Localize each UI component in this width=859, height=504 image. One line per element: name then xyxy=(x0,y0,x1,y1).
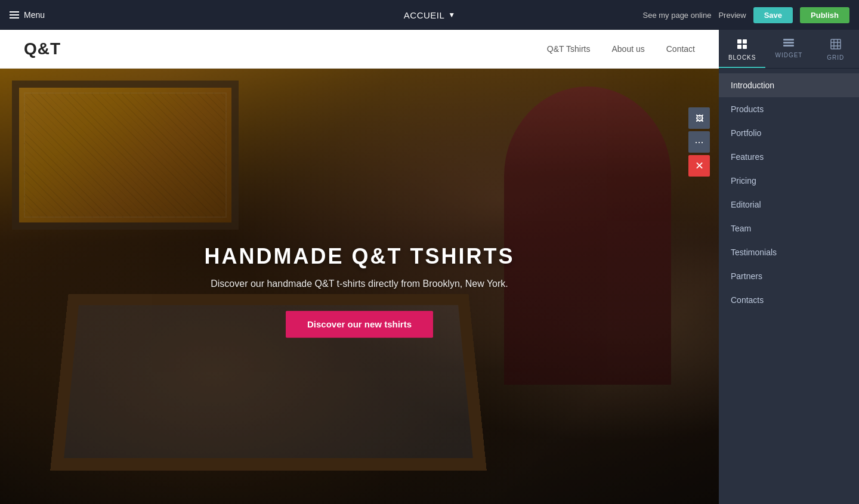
block-image-button[interactable]: 🖼 xyxy=(688,107,710,129)
tab-grid-label: GRID xyxy=(827,54,844,61)
see-page-link[interactable]: See my page online xyxy=(643,11,712,20)
panel-item-portfolio[interactable]: Portfolio xyxy=(719,121,859,145)
hero-title: HANDMADE Q&T TSHIRTS xyxy=(181,244,539,269)
site-nav: Q&T Tshirts About us Contact xyxy=(547,44,695,54)
tab-widget[interactable]: WIDGET xyxy=(765,30,812,68)
top-bar: Menu ACCUEIL ▼ See my page online Previe… xyxy=(0,0,859,30)
menu-button[interactable]: Menu xyxy=(10,10,45,20)
tab-blocks[interactable]: BLOCKS xyxy=(719,30,765,68)
tab-blocks-label: BLOCKS xyxy=(728,54,756,61)
site-logo: Q&T xyxy=(24,39,61,58)
site-header: Q&T Q&T Tshirts About us Contact xyxy=(0,30,719,69)
block-delete-button[interactable]: ✕ xyxy=(688,155,710,177)
panel-item-features[interactable]: Features xyxy=(719,145,859,169)
block-more-button[interactable]: ··· xyxy=(688,131,710,153)
preview-button[interactable]: Preview xyxy=(718,11,746,20)
block-controls: 🖼 ··· ✕ xyxy=(688,107,710,177)
svg-rect-1 xyxy=(743,39,747,44)
panel-item-team[interactable]: Team xyxy=(719,217,859,240)
page-selector: ACCUEIL ▼ xyxy=(404,10,455,20)
panel-item-introduction[interactable]: Introduction xyxy=(719,73,859,97)
main-layout: Q&T Q&T Tshirts About us Contact HANDMAD… xyxy=(0,30,859,504)
panel-item-products[interactable]: Products xyxy=(719,97,859,121)
top-bar-actions: See my page online Preview Save Publish xyxy=(643,7,850,23)
panel-item-contacts[interactable]: Contacts xyxy=(719,288,859,312)
close-icon: ✕ xyxy=(695,159,704,172)
panel-tabs: BLOCKS WIDGET xyxy=(719,30,859,69)
svg-rect-2 xyxy=(737,45,741,49)
widget-icon xyxy=(783,38,795,50)
blocks-icon xyxy=(736,38,748,52)
panel-item-partners[interactable]: Partners xyxy=(719,264,859,288)
panel-item-pricing[interactable]: Pricing xyxy=(719,169,859,193)
grid-icon xyxy=(830,38,842,52)
right-panel: BLOCKS WIDGET xyxy=(719,30,859,504)
save-button[interactable]: Save xyxy=(753,7,793,23)
svg-rect-0 xyxy=(737,39,741,44)
current-page-name[interactable]: ACCUEIL xyxy=(404,10,445,20)
more-icon: ··· xyxy=(694,136,703,149)
menu-label: Menu xyxy=(24,10,45,20)
publish-button[interactable]: Publish xyxy=(800,7,849,23)
svg-rect-6 xyxy=(783,45,794,47)
nav-item-tshirts[interactable]: Q&T Tshirts xyxy=(547,44,591,54)
panel-items: Introduction Products Portfolio Features… xyxy=(719,69,859,504)
hero-section: HANDMADE Q&T TSHIRTS Discover our handma… xyxy=(0,69,719,504)
hamburger-icon xyxy=(10,11,19,18)
panel-item-testimonials[interactable]: Testimonials xyxy=(719,240,859,264)
panel-item-editorial[interactable]: Editorial xyxy=(719,193,859,217)
page-dropdown-arrow[interactable]: ▼ xyxy=(448,11,455,19)
svg-rect-3 xyxy=(743,45,747,49)
svg-rect-5 xyxy=(783,42,794,44)
tab-grid[interactable]: GRID xyxy=(812,30,859,68)
svg-rect-7 xyxy=(831,39,841,49)
hero-cta-button[interactable]: Discover our new tshirts xyxy=(286,311,433,338)
canvas-area: Q&T Q&T Tshirts About us Contact HANDMAD… xyxy=(0,30,719,504)
tab-widget-label: WIDGET xyxy=(775,52,802,58)
nav-item-contact[interactable]: Contact xyxy=(666,44,695,54)
image-icon: 🖼 xyxy=(696,114,703,123)
nav-item-about[interactable]: About us xyxy=(611,44,644,54)
hero-subtitle: Discover our handmade Q&T t-shirts direc… xyxy=(181,279,539,289)
hero-content: HANDMADE Q&T TSHIRTS Discover our handma… xyxy=(181,244,539,338)
svg-rect-4 xyxy=(783,39,794,41)
